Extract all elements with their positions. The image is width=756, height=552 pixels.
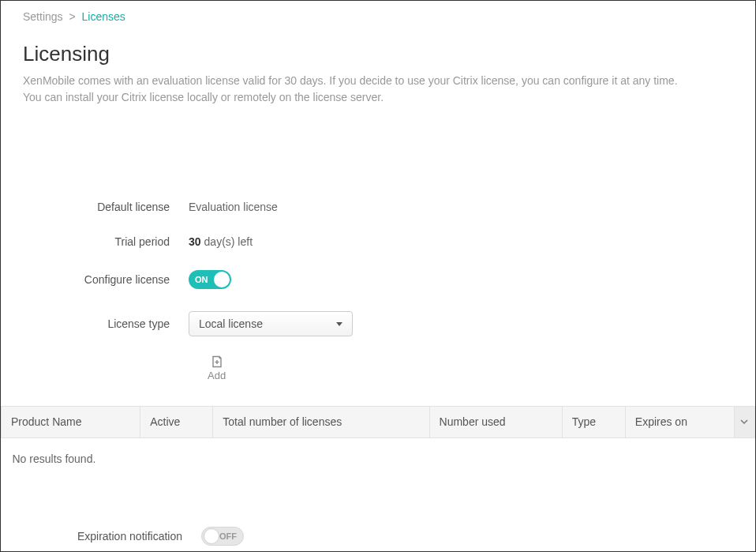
add-icon [211, 355, 223, 368]
value-default-license: Evaluation license [189, 201, 278, 213]
col-number-used[interactable]: Number used [429, 406, 562, 437]
table-empty-row: No results found. [2, 437, 755, 479]
col-type[interactable]: Type [562, 406, 625, 437]
row-default-license: Default license Evaluation license [23, 201, 733, 213]
label-default-license: Default license [23, 201, 189, 213]
breadcrumb-separator: > [65, 10, 78, 23]
label-expiration-notification: Expiration notification [23, 530, 201, 543]
label-license-type: License type [23, 317, 189, 330]
license-table: Product Name Active Total number of lice… [1, 406, 755, 479]
table-header-row: Product Name Active Total number of lice… [2, 406, 755, 437]
row-license-type: License type Local license [23, 311, 733, 336]
row-configure-license: Configure license ON [23, 270, 733, 289]
table-empty-message: No results found. [2, 437, 755, 479]
row-trial-period: Trial period 30 day(s) left [23, 235, 733, 248]
col-expires-on[interactable]: Expires on [625, 406, 734, 437]
breadcrumb: Settings > Licenses [1, 1, 755, 23]
license-form: Default license Evaluation license Trial… [1, 201, 755, 382]
toggle-on-text: ON [195, 275, 208, 284]
breadcrumb-root[interactable]: Settings [23, 10, 63, 23]
trial-days-number: 30 [189, 235, 201, 248]
add-button[interactable]: Add [208, 355, 226, 382]
label-configure-license: Configure license [23, 273, 189, 286]
trial-days-suffix: day(s) left [204, 235, 253, 248]
toggle-knob [214, 272, 230, 287]
select-license-type[interactable]: Local license [189, 311, 353, 336]
page-description: XenMobile comes with an evaluation licen… [1, 73, 711, 106]
toggle-expiration-notification[interactable]: OFF [201, 527, 244, 546]
add-button-label: Add [208, 370, 226, 382]
column-chooser-button[interactable] [734, 406, 754, 437]
toggle-configure-license[interactable]: ON [189, 270, 231, 289]
value-trial-period: 30 day(s) left [189, 235, 253, 248]
chevron-down-icon [739, 417, 749, 426]
breadcrumb-current[interactable]: Licenses [82, 10, 125, 23]
toggle-knob [204, 528, 219, 544]
col-product-name[interactable]: Product Name [2, 406, 140, 437]
page-title: Licensing [1, 23, 755, 73]
col-active[interactable]: Active [140, 406, 213, 437]
select-license-type-value: Local license [199, 317, 263, 330]
row-expiration-notification: Expiration notification OFF [1, 527, 755, 552]
toggle-off-text: OFF [219, 531, 237, 541]
chevron-down-icon [336, 322, 342, 326]
col-total-licenses[interactable]: Total number of licenses [213, 406, 429, 437]
label-trial-period: Trial period [23, 235, 189, 248]
